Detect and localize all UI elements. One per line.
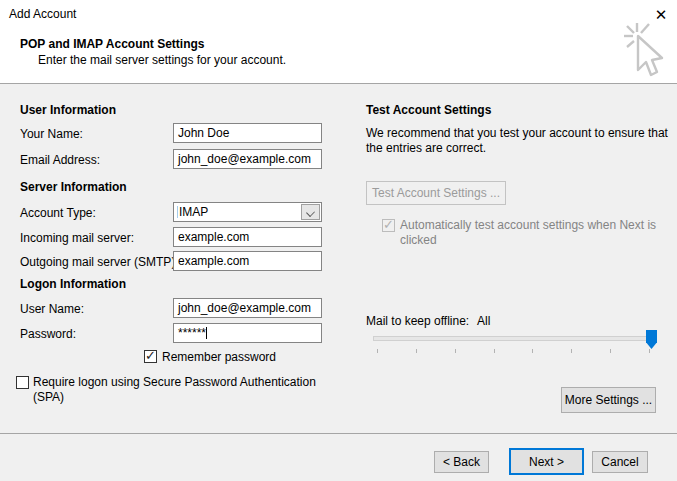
section-test-account-settings: Test Account Settings <box>366 103 491 117</box>
user-name-label: User Name: <box>20 302 84 316</box>
click-cursor-icon <box>622 21 670 86</box>
back-button[interactable]: < Back <box>434 451 489 473</box>
password-label: Password: <box>20 327 76 341</box>
incoming-server-value: example.com <box>178 230 249 244</box>
password-field[interactable]: ****** <box>173 323 322 343</box>
account-type-value: IMAP <box>179 205 208 219</box>
spa-label[interactable]: Require logon using Secure Password Auth… <box>33 375 325 405</box>
window-title: Add Account <box>9 7 76 21</box>
section-user-information: User Information <box>20 103 116 117</box>
page-subtitle: Enter the mail server settings for your … <box>38 53 286 67</box>
user-name-value: john_doe@example.com <box>178 301 311 315</box>
check-icon: ✓ <box>145 348 156 363</box>
footer-bar: < Back Next > Cancel <box>0 433 677 481</box>
remember-password-checkbox[interactable]: ✓ <box>144 350 157 363</box>
next-button[interactable]: Next > <box>509 448 584 475</box>
mail-offline-value: All <box>477 314 490 328</box>
auto-test-checkbox[interactable]: ✓ <box>382 219 395 232</box>
section-server-information: Server Information <box>20 180 127 194</box>
incoming-server-label: Incoming mail server: <box>20 231 134 245</box>
text-caret <box>177 206 178 218</box>
text-caret <box>206 327 207 339</box>
email-field[interactable]: john_doe@example.com <box>173 149 322 169</box>
test-account-settings-button[interactable]: Test Account Settings ... <box>366 181 506 205</box>
mail-offline-slider[interactable] <box>371 329 657 355</box>
auto-test-label: Automatically test account settings when… <box>400 218 662 248</box>
your-name-label: Your Name: <box>20 127 83 141</box>
spa-checkbox[interactable] <box>16 376 29 389</box>
account-type-dropdown[interactable]: IMAP <box>173 202 322 222</box>
dialog-header: Add Account ✕ POP and IMAP Account Setti… <box>0 0 677 84</box>
outgoing-server-field[interactable]: example.com <box>173 251 322 271</box>
page-title: POP and IMAP Account Settings <box>20 37 204 51</box>
dropdown-button[interactable] <box>301 204 320 220</box>
check-icon: ✓ <box>383 217 394 232</box>
outgoing-server-label: Outgoing mail server (SMTP): <box>20 255 179 269</box>
your-name-value: John Doe <box>178 126 229 140</box>
user-name-field[interactable]: john_doe@example.com <box>173 298 322 318</box>
test-description: We recommend that you test your account … <box>366 126 668 156</box>
slider-track[interactable] <box>373 336 656 341</box>
email-label: Email Address: <box>20 153 100 167</box>
remember-password-label[interactable]: Remember password <box>162 350 276 365</box>
mail-offline-label: Mail to keep offline: <box>366 314 469 328</box>
cancel-button[interactable]: Cancel <box>592 451 648 473</box>
account-type-label: Account Type: <box>20 206 96 220</box>
your-name-field[interactable]: John Doe <box>173 123 322 143</box>
email-value: john_doe@example.com <box>178 152 311 166</box>
slider-thumb[interactable] <box>646 330 657 349</box>
outgoing-server-value: example.com <box>178 254 249 268</box>
password-value: ****** <box>178 326 206 340</box>
chevron-down-icon <box>307 209 314 216</box>
section-logon-information: Logon Information <box>20 277 126 291</box>
incoming-server-field[interactable]: example.com <box>173 227 322 247</box>
more-settings-button[interactable]: More Settings ... <box>561 387 656 413</box>
